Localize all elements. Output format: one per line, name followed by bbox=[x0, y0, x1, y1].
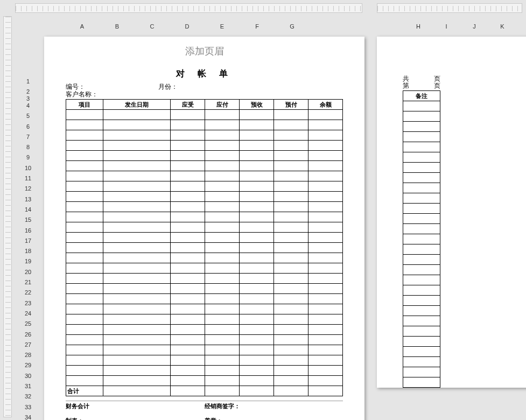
table-cell[interactable] bbox=[274, 274, 308, 284]
table-cell[interactable] bbox=[308, 171, 343, 181]
blank-cell[interactable] bbox=[250, 83, 343, 90]
table-cell[interactable] bbox=[171, 314, 205, 325]
table-row[interactable]: 合计 bbox=[66, 386, 343, 396]
table-cell[interactable] bbox=[171, 366, 205, 376]
table-row[interactable] bbox=[403, 122, 440, 132]
row-header[interactable]: 33 bbox=[16, 402, 40, 412]
table-cell[interactable] bbox=[205, 171, 240, 181]
table-cell[interactable] bbox=[171, 171, 205, 181]
table-cell[interactable] bbox=[240, 151, 274, 161]
table-row[interactable] bbox=[66, 335, 343, 345]
table-cell[interactable] bbox=[308, 222, 343, 233]
table-cell[interactable] bbox=[205, 192, 240, 202]
table-cell[interactable] bbox=[240, 314, 274, 325]
table-cell[interactable] bbox=[103, 233, 171, 243]
table-cell[interactable] bbox=[403, 347, 440, 357]
stamp-label[interactable]: 盖章： bbox=[205, 416, 343, 420]
current-page-prefix[interactable]: 第 bbox=[403, 82, 409, 89]
column-header[interactable]: A bbox=[65, 22, 100, 31]
table-cell[interactable] bbox=[205, 314, 240, 325]
table-cell[interactable] bbox=[308, 335, 343, 345]
table-cell[interactable] bbox=[403, 296, 440, 306]
table-row[interactable] bbox=[403, 173, 440, 183]
table-row[interactable] bbox=[66, 376, 343, 386]
row-header[interactable]: 21 bbox=[16, 277, 40, 288]
table-cell[interactable] bbox=[308, 161, 343, 171]
serial-label[interactable]: 编号： bbox=[66, 83, 158, 90]
table-cell[interactable] bbox=[66, 110, 103, 120]
table-cell[interactable] bbox=[274, 294, 308, 304]
table-cell[interactable] bbox=[274, 171, 308, 181]
column-header[interactable]: H bbox=[404, 22, 432, 31]
table-row[interactable] bbox=[66, 192, 343, 202]
table-cell[interactable] bbox=[171, 212, 205, 222]
table-cell[interactable] bbox=[308, 110, 343, 120]
table-row[interactable] bbox=[66, 233, 343, 243]
table-cell[interactable] bbox=[66, 325, 103, 335]
table-row[interactable] bbox=[66, 120, 343, 130]
table-row[interactable] bbox=[66, 161, 343, 171]
table-cell[interactable] bbox=[308, 130, 343, 141]
column-header[interactable]: G bbox=[275, 22, 310, 31]
table-cell[interactable] bbox=[240, 233, 274, 243]
table-row[interactable] bbox=[403, 111, 440, 122]
table-cell[interactable] bbox=[103, 314, 171, 325]
table-cell[interactable] bbox=[103, 192, 171, 202]
row-header[interactable]: 18 bbox=[16, 246, 40, 256]
table-cell[interactable] bbox=[205, 345, 240, 355]
maker-label[interactable]: 制表： bbox=[66, 416, 205, 420]
table-cell[interactable] bbox=[205, 335, 240, 345]
table-cell[interactable] bbox=[103, 386, 171, 396]
table-cell[interactable] bbox=[103, 151, 171, 161]
dealer-sign-label[interactable]: 经销商签字： bbox=[205, 401, 343, 411]
table-cell[interactable] bbox=[103, 366, 171, 376]
table-cell[interactable] bbox=[403, 204, 440, 214]
table-cell[interactable] bbox=[308, 192, 343, 202]
row-header[interactable]: 20 bbox=[16, 267, 40, 277]
customer-label[interactable]: 客户名称： bbox=[66, 90, 343, 98]
table-cell[interactable] bbox=[308, 355, 343, 366]
table-cell[interactable] bbox=[274, 110, 308, 120]
table-row[interactable] bbox=[66, 355, 343, 366]
table-cell[interactable] bbox=[103, 161, 171, 171]
page-header-placeholder[interactable]: 添加页眉 bbox=[44, 45, 364, 58]
table-row[interactable] bbox=[403, 101, 440, 111]
spreadsheet-page-2[interactable]: 共 页 第 页 备注 bbox=[377, 37, 526, 388]
table-cell[interactable] bbox=[240, 171, 274, 181]
table-cell[interactable] bbox=[308, 304, 343, 314]
table-cell[interactable] bbox=[103, 171, 171, 181]
column-header[interactable]: D bbox=[170, 22, 205, 31]
table-cell[interactable] bbox=[171, 141, 205, 151]
table-cell[interactable] bbox=[66, 222, 103, 233]
table-header-cell[interactable]: 项目 bbox=[66, 100, 103, 110]
table-cell[interactable] bbox=[66, 304, 103, 314]
table-cell[interactable] bbox=[403, 285, 440, 296]
table-cell[interactable] bbox=[308, 325, 343, 335]
row-header[interactable]: 23 bbox=[16, 298, 40, 309]
table-cell[interactable] bbox=[240, 253, 274, 263]
table-cell[interactable] bbox=[403, 337, 440, 347]
table-row[interactable] bbox=[403, 204, 440, 214]
table-cell[interactable] bbox=[274, 355, 308, 366]
table-cell[interactable] bbox=[274, 181, 308, 192]
table-cell[interactable] bbox=[205, 376, 240, 386]
table-cell[interactable] bbox=[205, 222, 240, 233]
table-cell[interactable] bbox=[103, 274, 171, 284]
row-header[interactable]: 2 bbox=[16, 87, 40, 94]
table-cell[interactable] bbox=[66, 274, 103, 284]
table-cell[interactable] bbox=[205, 181, 240, 192]
column-header[interactable]: K bbox=[488, 22, 516, 31]
table-cell[interactable] bbox=[205, 294, 240, 304]
table-cell[interactable] bbox=[205, 161, 240, 171]
row-header[interactable]: 22 bbox=[16, 288, 40, 298]
row-header[interactable]: 26 bbox=[16, 330, 40, 340]
table-cell[interactable] bbox=[66, 253, 103, 263]
row-header[interactable]: 15 bbox=[16, 215, 40, 225]
table-row[interactable] bbox=[66, 130, 343, 141]
row-header[interactable]: 25 bbox=[16, 319, 40, 329]
table-row[interactable] bbox=[66, 314, 343, 325]
table-cell[interactable] bbox=[240, 141, 274, 151]
column-header[interactable]: J bbox=[460, 22, 488, 31]
table-cell[interactable] bbox=[66, 355, 103, 366]
table-cell[interactable] bbox=[171, 386, 205, 396]
